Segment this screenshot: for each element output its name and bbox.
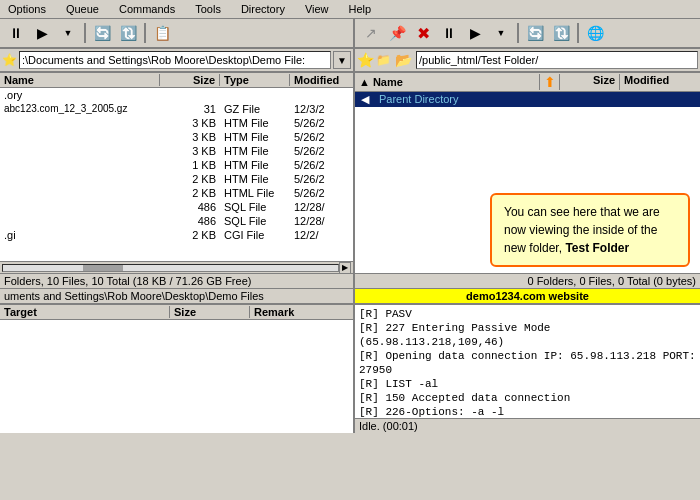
left-file-list[interactable]: .ory abc123.com_12_3_2005.gz 31 GZ File … [0, 88, 353, 261]
folder-icon: ⭐ [2, 53, 17, 67]
right-col-name[interactable]: ▲ Name [355, 74, 540, 90]
back-arrow-icon: ◀ [355, 93, 375, 106]
dropdown-button[interactable]: ▼ [56, 21, 80, 45]
file-size: 486 [160, 215, 220, 227]
star-icon: ⭐ [357, 52, 374, 68]
file-size: 3 KB [160, 131, 220, 143]
transfer-queue-panel: Target Size Remark [0, 305, 355, 433]
file-modified: 12/28/ [290, 215, 350, 227]
table-row[interactable]: 3 KB HTM File 5/26/2 [0, 130, 353, 144]
menu-view[interactable]: View [301, 2, 333, 16]
scroll-right-button[interactable]: ▶ [339, 262, 351, 274]
right-address-icon: 📂 [395, 52, 412, 68]
menu-help[interactable]: Help [345, 2, 376, 16]
file-name: abc123.com_12_3_2005.gz [0, 103, 160, 115]
arrow-button[interactable]: ↗ [359, 21, 383, 45]
file-type: SQL File [220, 215, 290, 227]
table-row[interactable]: 486 SQL File 12/28/ [0, 214, 353, 228]
play-button[interactable]: ▶ [30, 21, 54, 45]
file-type: HTM File [220, 117, 290, 129]
right-sync-button[interactable]: 🔃 [549, 21, 573, 45]
file-type: HTM File [220, 131, 290, 143]
file-modified [290, 89, 350, 101]
table-row[interactable]: .ory [0, 88, 353, 102]
right-pause-button[interactable]: ⏸ [437, 21, 461, 45]
left-col-name: Name [0, 74, 160, 86]
stop-button[interactable]: ✖ [411, 21, 435, 45]
table-row[interactable]: 1 KB HTM File 5/26/2 [0, 158, 353, 172]
menu-tools[interactable]: Tools [191, 2, 225, 16]
file-modified: 12/2/ [290, 229, 350, 241]
parent-dir-label: Parent Directory [375, 93, 700, 106]
file-name [0, 187, 160, 199]
sync-button[interactable]: 🔃 [116, 21, 140, 45]
file-size [160, 89, 220, 101]
log-line: [R] 150 Accepted data connection [359, 391, 696, 405]
table-row[interactable]: 3 KB HTM File 5/26/2 [0, 116, 353, 130]
table-row[interactable]: .gi 2 KB CGI File 12/2/ [0, 228, 353, 242]
right-col-upload: ⬆ [540, 74, 560, 90]
table-row[interactable]: 486 SQL File 12/28/ [0, 200, 353, 214]
bookmark-button[interactable]: 📌 [385, 21, 409, 45]
menu-options[interactable]: Options [4, 2, 50, 16]
menu-directory[interactable]: Directory [237, 2, 289, 16]
right-address-bar: ⭐ 📁 📂 [355, 49, 700, 72]
file-type: GZ File [220, 103, 290, 115]
right-sep [517, 23, 519, 43]
right-address-input[interactable] [416, 51, 698, 69]
file-modified: 5/26/2 [290, 159, 350, 171]
file-type: SQL File [220, 201, 290, 213]
table-row[interactable]: 2 KB HTML File 5/26/2 [0, 186, 353, 200]
right-file-panel: ▲ Name ⬆ Size Modified ◀ Parent Director… [355, 73, 700, 303]
transfer-col-target: Target [0, 306, 170, 318]
left-col-size: Size [160, 74, 220, 86]
left-status-path: uments and Settings\Rob Moore\Desktop\De… [0, 288, 353, 303]
log-line: [R] 227 Entering Passive Mode (65.98.113… [359, 321, 696, 349]
right-refresh-button[interactable]: 🔄 [523, 21, 547, 45]
table-row[interactable]: 3 KB HTM File 5/26/2 [0, 144, 353, 158]
transfer-header: Target Size Remark [0, 305, 353, 320]
clipboard-button[interactable]: 📋 [150, 21, 174, 45]
log-line: [R] LIST -al [359, 377, 696, 391]
table-row[interactable]: abc123.com_12_3_2005.gz 31 GZ File 12/3/… [0, 102, 353, 116]
right-file-header: ▲ Name ⬆ Size Modified [355, 73, 700, 92]
pause-button[interactable]: ⏸ [4, 21, 28, 45]
separator2 [144, 23, 146, 43]
file-type: HTM File [220, 173, 290, 185]
file-modified: 5/26/2 [290, 117, 350, 129]
separator [84, 23, 86, 43]
left-col-modified: Modified [290, 74, 350, 86]
left-col-type: Type [220, 74, 290, 86]
left-file-header: Name Size Type Modified [0, 73, 353, 88]
file-size: 31 [160, 103, 220, 115]
right-dropdown-button[interactable]: ▼ [489, 21, 513, 45]
file-name [0, 159, 160, 171]
menu-commands[interactable]: Commands [115, 2, 179, 16]
left-scrollbar-x[interactable]: ▶ [0, 261, 353, 273]
table-row[interactable]: 2 KB HTM File 5/26/2 [0, 172, 353, 186]
globe-button[interactable]: 🌐 [583, 21, 607, 45]
file-size: 3 KB [160, 117, 220, 129]
scrollbar-track [2, 264, 339, 272]
transfer-col-remark: Remark [250, 306, 353, 318]
file-size: 1 KB [160, 159, 220, 171]
right-play-button[interactable]: ▶ [463, 21, 487, 45]
file-type: HTML File [220, 187, 290, 199]
left-address-dropdown[interactable]: ▼ [333, 51, 351, 69]
right-sep2 [577, 23, 579, 43]
log-line: [R] 226-Options: -a -l [359, 405, 696, 418]
menu-queue[interactable]: Queue [62, 2, 103, 16]
menu-bar: Options Queue Commands Tools Directory V… [0, 0, 700, 19]
refresh-button[interactable]: 🔄 [90, 21, 114, 45]
file-name [0, 131, 160, 143]
right-col-modified: Modified [620, 74, 700, 90]
log-panel: [R] PASV [R] 227 Entering Passive Mode (… [355, 305, 700, 433]
left-address-input[interactable] [19, 51, 331, 69]
transfer-queue-list [0, 320, 353, 433]
folder-nav-icon: 📁 [376, 53, 391, 67]
parent-directory-row[interactable]: ◀ Parent Directory [355, 92, 700, 107]
tooltip-balloon: You can see here that we are now viewing… [490, 193, 690, 267]
file-modified: 5/26/2 [290, 187, 350, 199]
log-content: [R] PASV [R] 227 Entering Passive Mode (… [355, 305, 700, 418]
file-modified: 12/28/ [290, 201, 350, 213]
